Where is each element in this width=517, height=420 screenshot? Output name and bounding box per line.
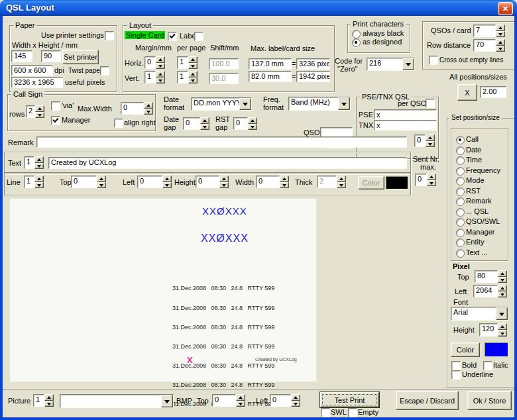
text-content-field[interactable]: Created by UCXLog [48, 157, 407, 169]
radio-manager[interactable] [456, 229, 465, 237]
italic-checkbox[interactable] [483, 361, 492, 370]
date-format-dropdown[interactable]: DD.mon YYYY [191, 97, 252, 111]
spin-down-icon[interactable] [188, 63, 198, 70]
line-index-spinner[interactable]: 1 [24, 176, 44, 188]
spin-down-icon[interactable] [427, 180, 436, 187]
vert-margin-spinner[interactable]: 1 [144, 71, 165, 83]
radio-mode[interactable] [456, 177, 465, 185]
spin-down-icon[interactable] [35, 112, 44, 119]
manager-checkbox[interactable] [51, 116, 60, 125]
spin-up-icon[interactable] [219, 176, 229, 182]
spin-down-icon[interactable] [162, 182, 172, 189]
all-positions-factor-field[interactable]: 2.00 [480, 86, 506, 98]
line-width-spinner[interactable]: 0 [256, 176, 289, 188]
spin-down-icon[interactable] [200, 124, 209, 131]
spin-up-icon[interactable] [496, 39, 505, 46]
vert-per-page-spinner[interactable]: 1 [177, 71, 198, 83]
pse-field[interactable]: x [374, 109, 437, 120]
single-card-checkbox[interactable] [168, 32, 177, 41]
test-empty-checkbox[interactable] [348, 408, 357, 417]
spin-up-icon[interactable] [498, 285, 507, 291]
row-distance-spinner[interactable]: 70 [473, 39, 505, 52]
spin-down-icon[interactable] [291, 401, 300, 407]
spin-up-icon[interactable] [188, 56, 198, 63]
spin-down-icon[interactable] [156, 78, 165, 84]
chevron-down-icon[interactable] [239, 98, 251, 110]
radio-call[interactable] [456, 136, 465, 144]
pixel-height-spinner[interactable]: 120 [479, 323, 507, 337]
spin-up-icon[interactable] [236, 394, 245, 401]
spin-down-icon[interactable] [219, 182, 229, 189]
radio-qsl[interactable] [456, 208, 465, 217]
picture-left-spinner[interactable]: 0 [270, 394, 300, 407]
font-dropdown[interactable]: Arial [451, 307, 508, 321]
spin-down-icon[interactable] [44, 401, 54, 407]
labels-checkbox[interactable] [194, 32, 203, 41]
line-height-spinner[interactable]: 0 [196, 176, 229, 188]
spin-up-icon[interactable] [156, 71, 165, 78]
cross-out-checkbox[interactable] [429, 56, 438, 65]
all-positions-x-button[interactable]: X [457, 84, 477, 101]
spin-down-icon[interactable] [156, 63, 165, 70]
spin-down-icon[interactable] [97, 182, 106, 189]
spin-up-icon[interactable] [427, 174, 436, 180]
paper-width-field[interactable]: 145 [11, 50, 32, 62]
picture-index-spinner[interactable]: 1 [33, 394, 54, 407]
test-swl-checkbox[interactable] [321, 408, 330, 417]
spin-down-icon[interactable] [498, 277, 507, 284]
pixel-top-spinner[interactable]: 80 [475, 270, 507, 283]
chevron-down-icon[interactable] [161, 395, 173, 407]
via-checkbox[interactable] [51, 101, 60, 111]
radio-rst[interactable] [456, 187, 465, 196]
vertical-offset-spinner[interactable]: 0 [414, 134, 435, 147]
spin-up-icon[interactable] [498, 270, 507, 277]
twist-paper-checkbox[interactable] [100, 66, 109, 76]
radio-remark[interactable] [456, 197, 465, 206]
spin-up-icon[interactable] [156, 56, 165, 63]
max-width-spinner[interactable]: 0 [121, 102, 153, 115]
freq-format-dropdown[interactable]: Band (MHz) [288, 97, 351, 111]
spin-down-icon[interactable] [498, 330, 507, 337]
text-index-spinner[interactable]: 1 [24, 156, 44, 169]
code-zero-dropdown[interactable]: 216 [367, 58, 415, 71]
spin-up-icon[interactable] [200, 117, 209, 124]
remark-field[interactable] [36, 136, 407, 148]
align-right-checkbox[interactable] [114, 119, 123, 128]
spin-up-icon[interactable] [34, 156, 44, 163]
spin-up-icon[interactable] [280, 176, 289, 182]
spin-up-icon[interactable] [426, 134, 435, 141]
tnx-field[interactable]: x [374, 120, 437, 131]
escape-discard-button[interactable]: Escape / Discard [396, 391, 459, 410]
spin-down-icon[interactable] [498, 291, 507, 298]
spin-down-icon[interactable] [34, 182, 44, 189]
spin-up-icon[interactable] [34, 176, 44, 182]
spin-down-icon[interactable] [248, 124, 257, 131]
spin-down-icon[interactable] [34, 163, 44, 170]
spin-down-icon[interactable] [280, 182, 289, 189]
radio-qso-swl[interactable] [456, 218, 465, 227]
chevron-down-icon[interactable] [402, 58, 414, 70]
font-color-button[interactable]: Color [451, 342, 480, 357]
spin-up-icon[interactable] [496, 25, 505, 31]
use-printer-settings-checkbox[interactable] [105, 31, 114, 40]
spin-up-icon[interactable] [188, 71, 198, 78]
line-top-spinner[interactable]: 0 [71, 176, 106, 188]
spin-down-icon[interactable] [496, 46, 505, 52]
picture-file-dropdown[interactable] [60, 394, 174, 408]
spin-down-icon[interactable] [188, 78, 198, 84]
spin-down-icon[interactable] [236, 401, 245, 407]
spin-up-icon[interactable] [35, 105, 44, 112]
chevron-down-icon[interactable] [338, 97, 350, 110]
spin-up-icon[interactable] [44, 394, 54, 401]
underline-checkbox[interactable] [451, 370, 461, 380]
spin-down-icon[interactable] [496, 31, 505, 38]
radio-text[interactable] [456, 249, 465, 258]
spin-down-icon[interactable] [144, 109, 153, 115]
always-black-radio[interactable] [352, 30, 361, 38]
spin-up-icon[interactable] [97, 176, 106, 182]
horiz-margin-spinner[interactable]: 0 [144, 56, 165, 69]
ok-store-button[interactable]: Ok / Store [467, 391, 512, 410]
per-qso-checkbox[interactable] [426, 99, 435, 108]
sent-nr-spinner[interactable]: 0 [415, 174, 436, 186]
chevron-down-icon[interactable] [496, 307, 508, 320]
